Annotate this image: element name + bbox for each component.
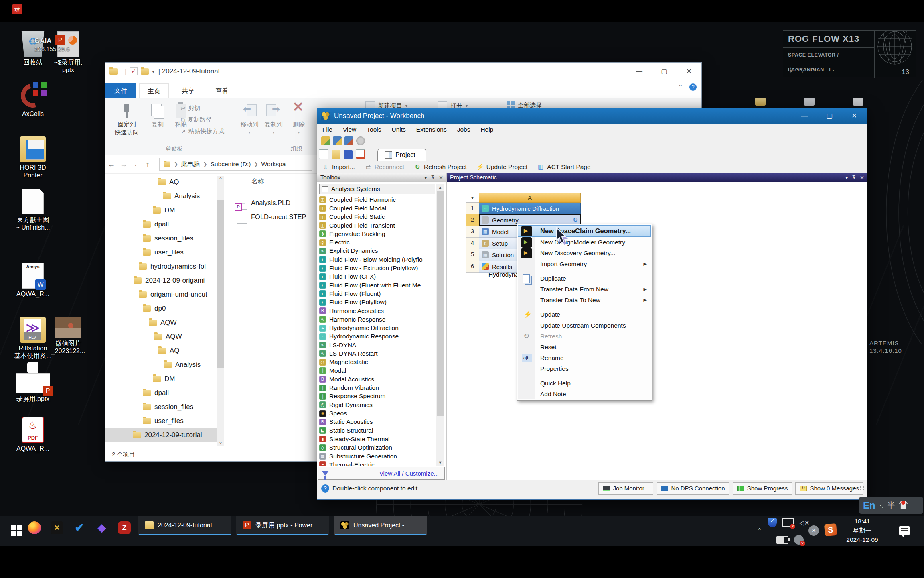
copy-button[interactable]: 复制 <box>146 103 170 128</box>
analysis-system-item[interactable]: ◐ Fluid Flow (CFX) <box>319 273 435 281</box>
tree-item[interactable]: user_files <box>105 245 217 259</box>
copy-to-button[interactable]: 复制到▾ <box>262 103 285 136</box>
toolbox-close-icon[interactable]: ✕ <box>439 175 443 181</box>
analysis-system-item[interactable]: ◓ Thermal-Electric <box>319 460 435 466</box>
menu-item[interactable]: Jobs <box>452 126 476 133</box>
context-menu-item[interactable]: ▶ <box>518 305 651 309</box>
analysis-system-item[interactable]: ✺ Speos <box>319 409 435 417</box>
workbench-close-button[interactable]: ✕ <box>842 108 867 124</box>
desktop-mini-icon[interactable] <box>755 98 766 106</box>
tree-item[interactable]: Analysis <box>105 358 217 372</box>
workbench-maximize-button[interactable]: ▢ <box>817 108 842 124</box>
status-bar-button[interactable]: No DPS Connection <box>657 482 729 495</box>
tree-item[interactable]: 2024-12-09-tutorial <box>105 428 217 442</box>
tree-item[interactable]: session_files <box>105 400 217 414</box>
closed-app-tray-icon[interactable]: ✕ <box>808 525 819 536</box>
context-menu-item[interactable]: New SpaceClaim Geometry... ▶ <box>518 225 651 237</box>
pin-to-quick-access-button[interactable]: 固定到快速访问 <box>109 103 145 136</box>
new-file-icon[interactable] <box>319 149 328 159</box>
context-menu-item[interactable]: Quick Help ▶ <box>518 378 651 389</box>
table-corner-cell[interactable]: ▼ <box>466 193 479 203</box>
schematic-pin-icon[interactable]: ⊼ <box>852 175 856 181</box>
address-bar[interactable]: ❯ 此电脑 ❯ Subcentre (D:) ❯ Workspa <box>159 158 312 171</box>
microphone-muted-icon[interactable] <box>794 535 804 545</box>
toolbox-pin-icon[interactable]: ⊼ <box>431 175 435 181</box>
ime-skin-icon[interactable] <box>899 501 908 509</box>
toolbar-button[interactable]: ⇩ Import... <box>317 161 360 173</box>
antivirus-shield-icon[interactable]: ✓ <box>768 518 777 527</box>
row-number-cell[interactable]: 5 <box>466 249 479 261</box>
notification-center-icon[interactable] <box>899 526 910 535</box>
analysis-system-item[interactable]: ❯ Eigenvalue Buckling <box>319 230 435 238</box>
context-menu-item[interactable]: Update Upstream Components ▶ <box>518 320 651 331</box>
report-icon[interactable] <box>356 149 365 159</box>
analysis-system-item[interactable]: ∥ Response Spectrum <box>319 392 435 401</box>
armoury-crate-icon[interactable]: ✕ <box>51 521 63 534</box>
import-archive-icon[interactable] <box>321 136 330 145</box>
up-button[interactable]: ↑ <box>142 160 154 169</box>
ime-language-indicator[interactable]: En <box>863 500 875 511</box>
analysis-system-item[interactable]: B Harmonic Acoustics <box>319 307 435 315</box>
taskbar-clock[interactable]: 18:41 星期一 2024-12-09 <box>834 517 890 544</box>
tray-expand-icon[interactable]: ⌃ <box>757 527 762 534</box>
analysis-system-item[interactable]: ∿ LS-DYNA <box>319 341 435 349</box>
breadcrumb-folder[interactable]: Workspa <box>261 161 286 168</box>
menu-item[interactable]: File <box>317 126 338 133</box>
toolbox-scrollbar[interactable]: ▲▼ <box>436 184 444 466</box>
context-menu-item[interactable]: New Discovery Geometry... ▶ <box>518 248 651 258</box>
tree-item[interactable]: DM <box>105 372 217 386</box>
quick-access-folder-icon[interactable] <box>141 68 149 75</box>
tree-item[interactable]: session_files <box>105 231 217 245</box>
select-all-checkbox[interactable] <box>237 178 244 185</box>
analysis-system-item[interactable]: ∿ Explicit Dynamics <box>319 247 435 255</box>
explorer-minimize-button[interactable]: — <box>627 63 652 80</box>
toolbox-filter-bar[interactable]: View All / Customize... <box>318 467 445 480</box>
tree-item[interactable]: Analysis <box>105 189 217 203</box>
ime-status-bar[interactable]: En ·, 半 <box>859 497 923 514</box>
save-file-icon[interactable] <box>344 150 353 159</box>
analysis-system-item[interactable]: ◫ Coupled Field Transient <box>319 221 435 230</box>
analysis-system-item[interactable]: ◫ Coupled Field Static <box>319 213 435 221</box>
explorer-maximize-button[interactable]: ▢ <box>652 63 677 80</box>
tree-item[interactable]: dp0 <box>105 301 217 315</box>
obsidian-icon[interactable]: ◆ <box>95 521 108 534</box>
recent-locations-icon[interactable]: ⌄ <box>130 161 142 167</box>
collapse-icon[interactable] <box>322 186 328 192</box>
tree-item[interactable]: AQW <box>105 330 217 344</box>
context-menu-item[interactable]: ▶ <box>518 269 651 273</box>
context-menu-item[interactable]: Refresh ▶ <box>518 331 651 342</box>
toolbox-dropdown-icon[interactable]: ▾ <box>424 175 427 181</box>
analysis-system-item[interactable]: ▦ Substructure Generation <box>319 452 435 460</box>
tab-home[interactable]: 主页 <box>139 83 169 98</box>
context-menu-item[interactable]: Transfer Data To New ▶ <box>518 295 651 305</box>
toolbar-button[interactable]: ↻ Refresh Project <box>409 161 472 173</box>
context-menu-item[interactable]: Properties ▶ <box>518 363 651 374</box>
menu-item[interactable]: View <box>338 126 361 133</box>
status-bar-button[interactable]: Show 0 Messages <box>795 482 863 495</box>
paste-shortcut-button[interactable]: ↗粘贴快捷方式 <box>181 128 225 135</box>
workbench-title-bar[interactable]: Unsaved Project - Workbench — ▢ ✕ <box>317 108 867 124</box>
schematic-close-icon[interactable]: ✕ <box>860 175 864 181</box>
delete-button[interactable]: 删除▾ <box>288 103 309 136</box>
view-all-customize-link[interactable]: View All / Customize... <box>329 470 444 477</box>
analysis-system-item[interactable]: ∿ LS-DYNA Restart <box>319 349 435 358</box>
analysis-system-item[interactable]: ◎ Magnetostatic <box>319 358 435 366</box>
explorer-close-button[interactable]: ✕ <box>677 63 701 80</box>
context-menu-item[interactable]: New DesignModeler Geometry... ▶ <box>518 237 651 248</box>
display-disconnected-icon[interactable] <box>782 518 794 527</box>
analysis-system-item[interactable]: ◣ Static Structural <box>319 426 435 435</box>
copy-path-button[interactable]: ⧉复制路径 <box>181 116 212 124</box>
analysis-system-item[interactable]: ∿ Harmonic Response <box>319 315 435 324</box>
tree-item[interactable]: AQ <box>105 175 217 189</box>
resize-grip[interactable] <box>859 486 865 491</box>
desktop-mini-icon[interactable] <box>853 98 863 106</box>
table-column-header[interactable]: A <box>479 193 581 203</box>
status-bar-button[interactable]: Show Progress <box>733 482 792 495</box>
status-bar-button[interactable]: Job Monitor... <box>598 482 653 495</box>
tree-item[interactable]: AQ <box>105 344 217 358</box>
context-menu-item[interactable]: ▶ <box>518 374 651 378</box>
analysis-system-item[interactable]: ◇ Structural Optimization <box>319 444 435 452</box>
tree-item[interactable]: dpall <box>105 386 217 400</box>
analysis-system-item[interactable]: ◎ Electric <box>319 238 435 246</box>
toolbar-button[interactable]: ⇄ Reconnect <box>360 161 409 173</box>
